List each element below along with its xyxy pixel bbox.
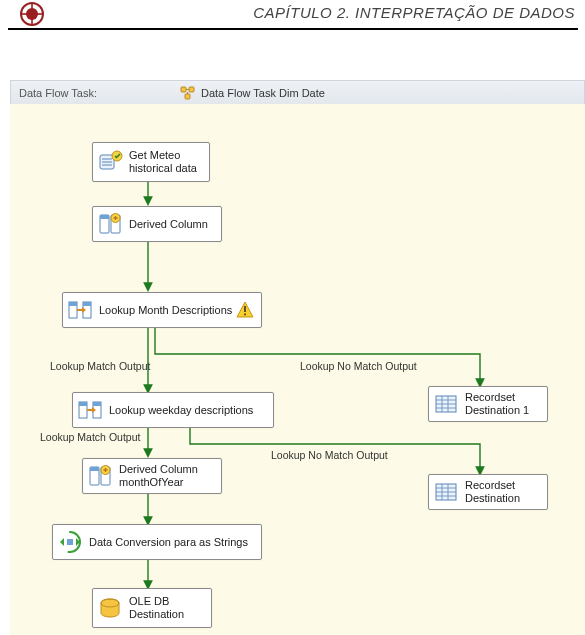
svg-rect-16	[83, 302, 91, 306]
svg-rect-6	[185, 94, 190, 99]
svg-rect-28	[90, 467, 99, 471]
toolbar-task-name: Data Flow Task Dim Date	[201, 81, 325, 105]
oledb-destination-icon	[97, 595, 123, 621]
svg-rect-11	[100, 215, 109, 219]
node-get-meteo[interactable]: Get Meteo historical data	[92, 142, 210, 182]
svg-rect-22	[79, 402, 87, 406]
page: CAPÍTULO 2. INTERPRETAÇÃO DE DADOS Data …	[0, 0, 585, 635]
node-label: Get Meteo historical data	[129, 149, 197, 175]
svg-rect-33	[67, 539, 73, 545]
toolbar-label: Data Flow Task:	[19, 81, 97, 105]
node-derived-monthofyear[interactable]: Derived Column monthOfYear	[82, 458, 222, 494]
svg-rect-4	[181, 87, 186, 92]
edge-label-nomatch-1: Lookup No Match Output	[300, 360, 417, 372]
node-derived-column[interactable]: Derived Column	[92, 206, 222, 242]
node-label: Data Conversion para as Strings	[89, 536, 248, 549]
svg-rect-3	[21, 13, 43, 15]
lookup-icon	[77, 397, 103, 423]
node-oledb-destination[interactable]: OLE DB Destination	[92, 588, 212, 628]
svg-rect-24	[93, 402, 101, 406]
node-recordset-destination[interactable]: Recordset Destination	[428, 474, 548, 510]
node-lookup-month[interactable]: Lookup Month Descriptions	[62, 292, 262, 328]
edge-label-match-1: Lookup Match Output	[50, 360, 150, 372]
institution-logo	[20, 2, 44, 26]
svg-rect-5	[189, 87, 194, 92]
edge-label-nomatch-2: Lookup No Match Output	[271, 449, 388, 461]
svg-rect-20	[244, 314, 246, 316]
recordset-icon	[433, 479, 459, 505]
designer-canvas[interactable]: Lookup Match Output Lookup No Match Outp…	[10, 104, 585, 635]
node-lookup-weekday[interactable]: Lookup weekday descriptions	[72, 392, 274, 428]
recordset-icon	[433, 391, 459, 417]
node-label: Lookup weekday descriptions	[109, 404, 253, 417]
node-data-conversion[interactable]: Data Conversion para as Strings	[52, 524, 262, 560]
data-flow-toolbar: Data Flow Task: Data Flow Task Dim Date	[10, 80, 585, 106]
svg-marker-31	[60, 538, 64, 546]
svg-rect-14	[69, 302, 77, 306]
node-label: OLE DB Destination	[129, 595, 184, 621]
data-flow-task-icon	[179, 84, 197, 102]
node-label: Lookup Month Descriptions	[99, 304, 232, 317]
node-label: Recordset Destination	[465, 479, 520, 505]
chapter-title: CAPÍTULO 2. INTERPRETAÇÃO DE DADOS	[253, 4, 575, 21]
edge-label-match-2: Lookup Match Output	[40, 431, 140, 443]
derived-column-icon	[87, 463, 113, 489]
warning-icon	[236, 301, 254, 319]
header-divider	[8, 28, 578, 30]
derived-column-icon	[97, 211, 123, 237]
node-label: Recordset Destination 1	[465, 391, 529, 417]
data-conversion-icon	[57, 529, 83, 555]
node-recordset-destination-1[interactable]: Recordset Destination 1	[428, 386, 548, 422]
node-label: Derived Column monthOfYear	[119, 463, 198, 489]
lookup-icon	[67, 297, 93, 323]
node-label: Derived Column	[129, 218, 208, 231]
source-adapter-icon	[97, 149, 123, 175]
crest-icon	[20, 2, 44, 26]
svg-rect-19	[244, 306, 246, 312]
